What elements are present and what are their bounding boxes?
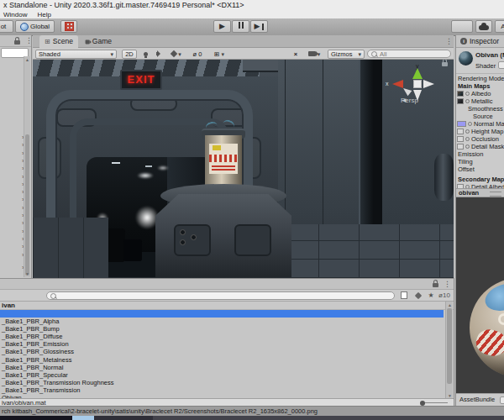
play-button[interactable]: ▶: [213, 20, 231, 33]
snap-settings-button[interactable]: [60, 20, 77, 33]
list-item[interactable]: _Bake1_PBR_Metalness: [0, 356, 444, 364]
hierarchy-panel-sliver: ⋮ ››››››››››››››››› ▲ ▼: [0, 35, 32, 278]
shader-dropdown[interactable]: [498, 61, 504, 69]
effects-dropdown[interactable]: ▾: [167, 50, 186, 59]
prop-smoothness[interactable]: Smoothness: [468, 105, 503, 113]
audio-toggle[interactable]: [153, 50, 165, 59]
texture-picker-icon[interactable]: [465, 92, 470, 96]
prop-height-map[interactable]: Height Map: [471, 128, 503, 135]
material-preview-area[interactable]: [456, 197, 504, 393]
pivot-button[interactable]: ot: [0, 20, 13, 33]
taskbar-segment: [72, 416, 94, 420]
prop-detail-mask[interactable]: Detail Mask: [471, 143, 504, 150]
search-by-type-button[interactable]: [397, 291, 411, 300]
list-item[interactable]: _Bake1_PBR_Transmission Roughness: [0, 379, 444, 386]
hidden-objects-toggle[interactable]: ø 0: [189, 50, 206, 59]
list-item[interactable]: _Bake1_PBR_Alpha: [0, 318, 444, 325]
project-search-input[interactable]: [46, 291, 395, 300]
list-item[interactable]: _Bake1_PBR_Bump: [0, 325, 444, 333]
list-item[interactable]: _Bake1_PBR_Emission: [0, 340, 444, 348]
tab-scene[interactable]: ⊞ Scene: [39, 35, 78, 48]
texture-picker-icon[interactable]: [465, 144, 470, 149]
step-button[interactable]: ▶: [250, 20, 268, 33]
texture-picker-icon[interactable]: [465, 99, 470, 103]
height-map-swatch[interactable]: [457, 129, 464, 134]
axis-cone[interactable]: [423, 80, 434, 88]
speaker-icon: [156, 52, 159, 55]
albedo-texture-thumb[interactable]: [457, 91, 464, 97]
list-item[interactable]: _Bake1_PBR_Normal: [0, 364, 444, 371]
scene-viewport[interactable]: EXIT: [33, 60, 454, 278]
tab-game[interactable]: Game: [80, 35, 117, 48]
scene-camera-dropdown[interactable]: ▾: [304, 50, 324, 59]
section-secondary-maps: Secondary Maps: [458, 176, 504, 183]
prop-rendering-mode[interactable]: Rendering Mode: [458, 75, 504, 82]
list-item[interactable]: _Bake1_PBR_Diffuse: [0, 333, 444, 340]
texture-picker-icon[interactable]: [465, 129, 470, 134]
axis-z-cone[interactable]: [402, 86, 412, 96]
prop-emission[interactable]: Emission: [458, 150, 483, 158]
list-item[interactable]: _Bake1_PBR_Transmission: [0, 386, 444, 394]
prop-tiling[interactable]: Tiling: [458, 158, 473, 165]
metallic-texture-thumb[interactable]: [457, 98, 464, 104]
kebab-menu-icon[interactable]: ⋮: [25, 37, 33, 45]
axis-y-cone[interactable]: [412, 68, 423, 79]
occlusion-swatch[interactable]: [457, 136, 464, 142]
2d-toggle[interactable]: 2D: [122, 50, 137, 59]
assetbundle-dropdown[interactable]: [500, 396, 504, 404]
scrollbar-thumb[interactable]: [447, 308, 452, 384]
prop-metallic[interactable]: Metallic: [471, 97, 492, 105]
texture-picker-icon[interactable]: [465, 137, 470, 141]
thumbnail-size-slider-handle[interactable]: [420, 401, 425, 406]
axis-x-cone[interactable]: [392, 80, 403, 88]
layers-button[interactable]: [451, 20, 473, 33]
gizmo-center-cube[interactable]: [413, 80, 422, 88]
lighting-toggle[interactable]: [140, 50, 150, 59]
pause-button[interactable]: [232, 20, 249, 33]
effects-icon: [171, 50, 177, 57]
hidden-packages-toggle[interactable]: ø 10: [435, 291, 454, 300]
prop-source[interactable]: Source: [473, 113, 493, 120]
lock-icon[interactable]: [14, 40, 20, 45]
account-button[interactable]: A: [495, 20, 504, 33]
tab-inspector[interactable]: i Inspector: [456, 35, 504, 48]
list-item[interactable]: _Bake1_PBR_Specular: [0, 371, 444, 379]
detail-mask-swatch[interactable]: [457, 144, 464, 150]
cloud-services-button[interactable]: [475, 20, 492, 33]
search-by-label-button[interactable]: [412, 291, 425, 300]
kebab-menu-icon[interactable]: ⋮: [444, 281, 451, 288]
list-item[interactable]: _Bake1_PBR_Glossiness: [0, 348, 444, 355]
project-scrollbar[interactable]: ▲ ▼: [445, 302, 453, 399]
status-bar[interactable]: rch kitbash_Commerical\2-bracelet-unity\…: [0, 406, 504, 416]
scrollbar-thumb[interactable]: [25, 134, 29, 276]
menu-help[interactable]: Help: [37, 11, 50, 18]
prop-occlusion[interactable]: Occlusion: [471, 135, 499, 143]
grid-visibility-dropdown[interactable]: ⊞ ▾: [209, 50, 229, 59]
drag-handle-icon[interactable]: [490, 192, 501, 197]
thumbnail-size-slider[interactable]: [423, 402, 448, 403]
kebab-menu-icon[interactable]: ⋮: [445, 38, 453, 45]
prop-offset[interactable]: Offset: [458, 165, 475, 173]
scroll-up-icon[interactable]: ▲: [24, 57, 30, 62]
hierarchy-scrollbar[interactable]: ▲ ▼: [24, 56, 30, 277]
prop-normal-map[interactable]: Normal Map: [474, 120, 504, 128]
menu-window[interactable]: Window: [3, 11, 27, 18]
normal-map-swatch[interactable]: [457, 121, 466, 127]
scroll-up-icon[interactable]: ▲: [446, 302, 454, 307]
scene-search-text: All: [380, 50, 386, 58]
list-item[interactable]: [0, 310, 444, 318]
pedestal-warning-label: [209, 144, 238, 174]
component-tools-button[interactable]: ×: [290, 50, 302, 59]
texture-picker-icon[interactable]: [468, 122, 472, 126]
lock-icon[interactable]: [433, 283, 438, 287]
prop-albedo[interactable]: Albedo: [471, 90, 491, 97]
scene-search-input[interactable]: All: [367, 50, 451, 58]
global-button[interactable]: Global: [15, 20, 55, 33]
scroll-down-icon[interactable]: ▼: [24, 271, 30, 276]
gizmos-dropdown[interactable]: Gizmos ▾: [328, 50, 365, 59]
folder-group-header[interactable]: ivan: [0, 302, 454, 310]
tab-scene-label: Scene: [53, 35, 73, 48]
floor-light-pool: [137, 172, 154, 179]
preview-header[interactable]: obivan: [456, 188, 504, 197]
shading-mode-dropdown[interactable]: Shaded ▾: [35, 50, 117, 59]
